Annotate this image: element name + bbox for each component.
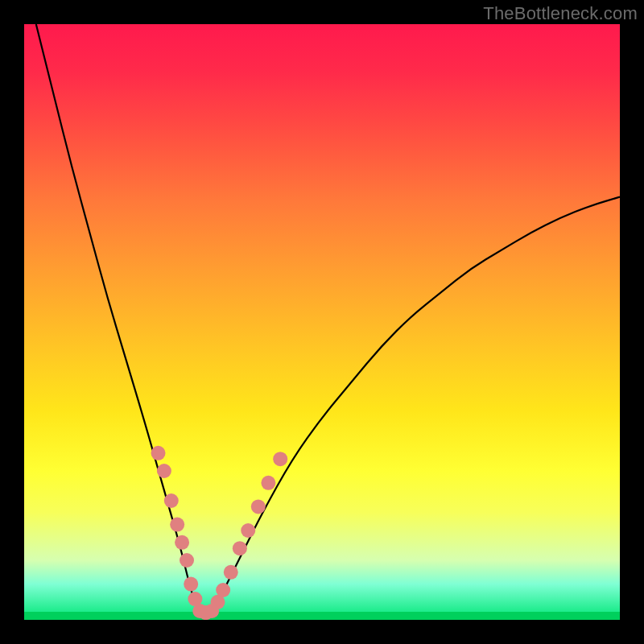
watermark-text: TheBottleneck.com (483, 3, 638, 24)
data-point (251, 499, 266, 514)
data-point (241, 523, 255, 538)
data-point (157, 464, 171, 478)
data-point (175, 535, 189, 550)
data-point (164, 493, 179, 508)
chart-frame: TheBottleneck.com (0, 0, 644, 644)
data-point (184, 577, 198, 592)
data-point (261, 476, 275, 490)
data-points-group (151, 446, 288, 620)
plot-area (24, 24, 620, 620)
data-point (151, 446, 166, 460)
chart-svg (24, 24, 620, 620)
data-point (233, 541, 247, 555)
data-point (170, 518, 184, 532)
data-point (180, 553, 194, 568)
data-point (216, 583, 230, 597)
data-point (273, 452, 287, 466)
data-point (224, 565, 238, 580)
curve-right-branch (203, 197, 620, 614)
